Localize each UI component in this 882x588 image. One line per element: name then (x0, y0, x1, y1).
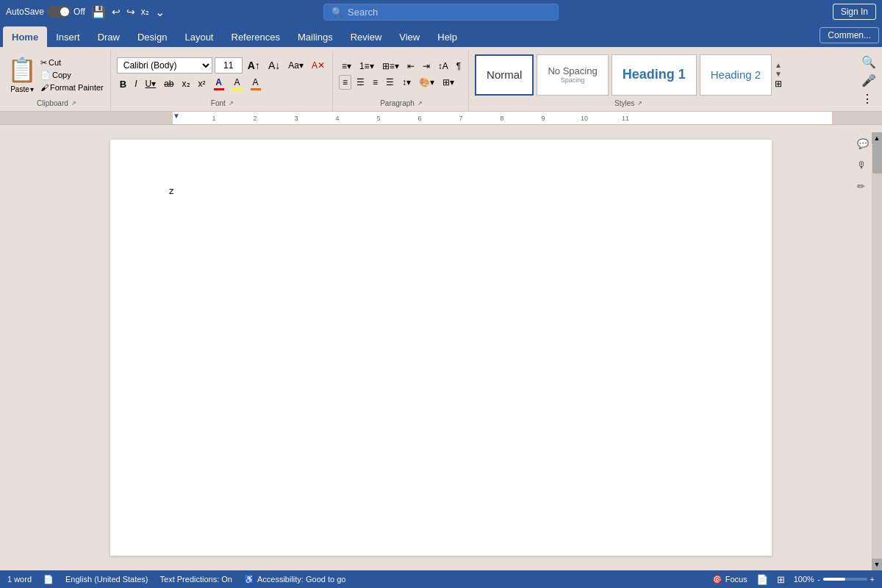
subscript-button[interactable]: x₂ (179, 77, 193, 90)
tab-view[interactable]: View (390, 26, 429, 47)
grid-view-icon[interactable]: ⊞ (777, 574, 785, 585)
increase-font-size-button[interactable]: A↑ (245, 58, 263, 73)
format-painter-button[interactable]: 🖌Format Painter (38, 82, 106, 93)
shading-button[interactable]: A (248, 76, 264, 92)
clipboard-small-buttons: ✂Cut 📄Copy 🖌Format Painter (38, 57, 106, 93)
zoom-slider[interactable] (823, 578, 867, 581)
bullets-button[interactable]: ≡▾ (339, 60, 354, 73)
ribbon-search-icon[interactable]: 🔍 (861, 55, 876, 69)
increase-indent-button[interactable]: ⇥ (420, 60, 433, 73)
save-icon[interactable]: 💾 (91, 5, 106, 19)
clipboard-expand-icon[interactable]: ↗ (71, 100, 76, 107)
tab-help[interactable]: Help (429, 26, 466, 47)
align-center-button[interactable]: ☰ (354, 76, 368, 89)
zoom-out-button[interactable]: - (817, 575, 820, 584)
paragraph-group: ≡▾ 1≡▾ ⊞≡▾ ⇤ ⇥ ↕A ¶ ≡ ☰ ≡ ☰ ↕▾ 🎨▾ ⊞▾ (334, 50, 469, 111)
decrease-indent-button[interactable]: ⇤ (404, 60, 417, 73)
style-no-spacing-card[interactable]: No Spacing Spacing (537, 54, 608, 96)
superscript-button[interactable]: x² (196, 77, 209, 90)
print-layout-icon[interactable]: 📄 (756, 574, 768, 585)
tab-references[interactable]: References (223, 26, 289, 47)
styles-area: Normal No Spacing Spacing Heading 1 Head… (475, 54, 782, 96)
font-expand-icon[interactable]: ↗ (229, 100, 234, 107)
scroll-thumb[interactable] (872, 144, 882, 173)
styles-expand-icon[interactable]: ⊞ (775, 79, 782, 89)
font-color-button[interactable]: A (211, 76, 227, 92)
ribbon-voice-icon[interactable]: 🎤 (861, 74, 876, 87)
comments-button[interactable]: Commen... (820, 27, 879, 43)
decrease-font-size-button[interactable]: A↓ (265, 58, 283, 73)
shading-para-button[interactable]: 🎨▾ (416, 76, 437, 89)
align-left-button[interactable]: ≡ (339, 75, 351, 90)
search-input[interactable] (348, 7, 539, 18)
editor-icon[interactable]: ✏ (857, 181, 870, 192)
tab-draw[interactable]: Draw (89, 26, 129, 47)
redo-icon[interactable]: ↪ (126, 6, 135, 18)
justify-button[interactable]: ☰ (383, 76, 397, 89)
focus-button[interactable]: 🎯 Focus (712, 575, 747, 584)
styles-scroll-down[interactable]: ▼ (775, 70, 782, 78)
underline-button[interactable]: U▾ (142, 77, 159, 90)
paste-icon[interactable]: 📋 (7, 56, 37, 84)
tab-insert[interactable]: Insert (47, 26, 89, 47)
numbering-button[interactable]: 1≡▾ (356, 60, 377, 73)
borders-button[interactable]: ⊞▾ (440, 76, 457, 89)
styles-expand-arrow[interactable]: ↗ (637, 100, 642, 107)
tab-mailings[interactable]: Mailings (289, 26, 342, 47)
show-formatting-button[interactable]: ¶ (453, 60, 464, 73)
italic-button[interactable]: I (132, 77, 140, 90)
text-predictions-item[interactable]: Text Predictions: On (160, 575, 232, 584)
cut-button[interactable]: ✂Cut (38, 57, 106, 68)
autosave-toggle[interactable] (47, 6, 71, 18)
autosave-label: AutoSave (6, 7, 44, 17)
style-no-spacing-label: No Spacing (548, 65, 597, 76)
autosave-state: Off (74, 7, 85, 17)
line-spacing-button[interactable]: ↕▾ (399, 76, 414, 89)
clear-format-button[interactable]: A✕ (309, 59, 328, 72)
strikethrough-button[interactable]: ab (161, 77, 176, 90)
undo-icon[interactable]: ↩ (112, 6, 121, 18)
copy-button[interactable]: 📄Copy (38, 70, 106, 81)
font-size-input[interactable] (215, 57, 243, 74)
paste-label[interactable]: Paste ▾ (10, 85, 34, 93)
word-count-item[interactable]: 1 word (7, 575, 32, 584)
comments-sidebar-icon[interactable]: 💬 (857, 138, 870, 149)
bold-button[interactable]: B (117, 77, 129, 91)
zoom-in-button[interactable]: + (870, 575, 875, 584)
styles-scroll-up[interactable]: ▲ (775, 61, 782, 69)
tab-design[interactable]: Design (129, 26, 176, 47)
font-controls: Calibri (Body) A↑ A↓ Aa▾ A✕ B I U▾ ab x₂… (117, 57, 328, 92)
accessibility-item[interactable]: ♿ Accessibility: Good to go (244, 575, 345, 584)
style-heading1-label: Heading 1 (623, 67, 686, 82)
document-page[interactable]: z (110, 140, 772, 556)
paste-dropdown-icon[interactable]: ▾ (30, 85, 34, 93)
highlight-color-button[interactable]: A (229, 76, 245, 92)
tab-home[interactable]: Home (3, 26, 47, 47)
font-family-select[interactable]: Calibri (Body) (117, 57, 212, 74)
style-heading1-card[interactable]: Heading 1 (612, 54, 697, 96)
sort-button[interactable]: ↕A (435, 60, 451, 73)
language-item[interactable]: English (United States) (65, 575, 148, 584)
font-label: Font ↗ (117, 99, 328, 110)
customize-toolbar-icon[interactable]: ⌄ (155, 5, 165, 19)
change-case-button[interactable]: Aa▾ (285, 59, 306, 72)
align-right-button[interactable]: ≡ (370, 76, 381, 89)
style-heading2-card[interactable]: Heading 2 (700, 54, 772, 96)
tab-review[interactable]: Review (342, 26, 391, 47)
ribbon-more-icon[interactable]: ⋮ (861, 92, 876, 106)
scroll-track[interactable] (872, 144, 882, 559)
dictation-icon[interactable]: 🎙 (857, 159, 870, 171)
document-content[interactable]: z (169, 185, 174, 196)
multilevel-list-button[interactable]: ⊞≡▾ (379, 60, 402, 73)
autosave-area: AutoSave Off (6, 6, 85, 18)
tab-layout[interactable]: Layout (176, 26, 222, 47)
paragraph-expand-icon[interactable]: ↗ (417, 100, 423, 107)
style-normal-card[interactable]: Normal (475, 54, 534, 96)
spacing-sublabel: Spacing (548, 76, 597, 84)
scroll-up-button[interactable]: ▲ (872, 132, 882, 144)
document-check-icon[interactable]: 📄 (43, 575, 54, 584)
ribbon: 📋 Paste ▾ ✂Cut 📄Copy 🖌Format Painter Cli… (0, 47, 882, 112)
scroll-down-button[interactable]: ▼ (872, 559, 882, 570)
ribbon-right-icons: 🔍 🎤 ⋮ (858, 50, 879, 111)
sign-in-button[interactable]: Sign In (833, 4, 876, 20)
